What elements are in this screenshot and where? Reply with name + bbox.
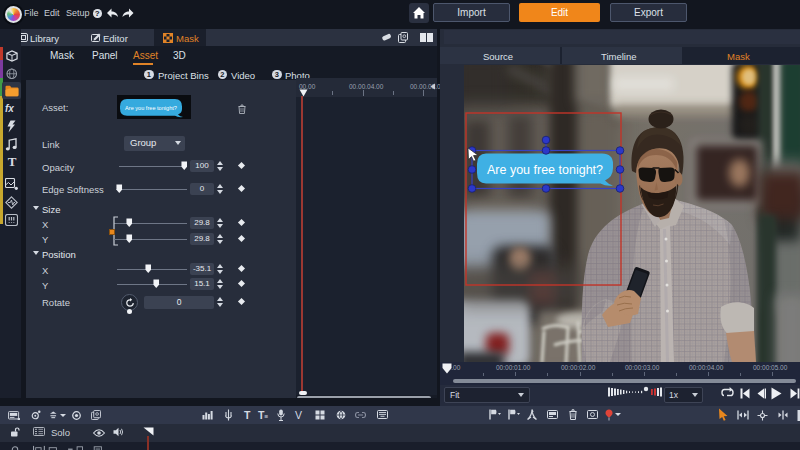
svg-text:Are you free tonight?: Are you free tonight?	[125, 105, 177, 111]
svg-text:Are you free tonight?: Are you free tonight?	[487, 163, 603, 177]
